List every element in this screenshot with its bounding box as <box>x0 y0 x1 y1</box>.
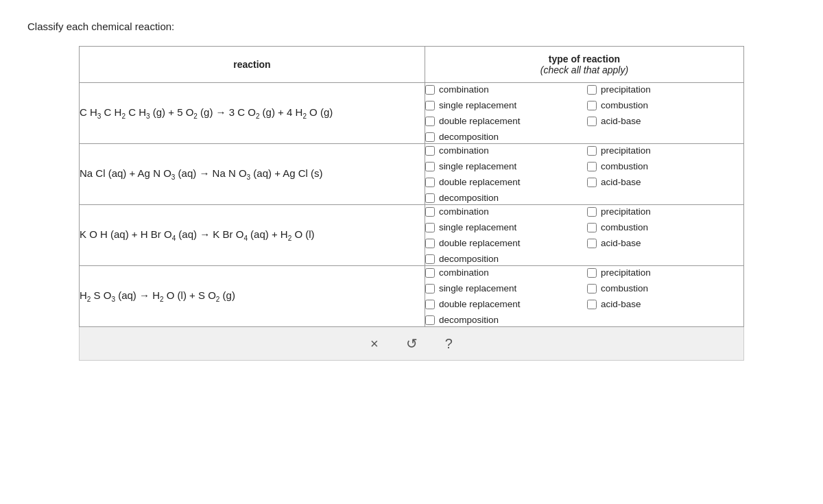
option-double-replacement-3[interactable]: double replacement <box>425 237 582 250</box>
table-row: Na Cl (aq) + Ag N O3 (aq) → Na N O3 (aq)… <box>80 144 744 205</box>
option-single-replacement-1[interactable]: single replacement <box>425 99 582 112</box>
option-acid-base-3[interactable]: acid-base <box>587 237 743 250</box>
option-combustion-4[interactable]: combustion <box>587 282 743 295</box>
option-combustion-2[interactable]: combustion <box>587 160 743 173</box>
col-reaction-header: reaction <box>80 47 425 83</box>
main-table: reaction type of reaction (check all tha… <box>79 46 744 327</box>
reaction-2: Na Cl (aq) + Ag N O3 (aq) → Na N O3 (aq)… <box>80 144 425 205</box>
option-acid-base-2[interactable]: acid-base <box>587 176 743 189</box>
option-double-replacement-2[interactable]: double replacement <box>425 176 582 189</box>
option-combination-1[interactable]: combination <box>425 83 582 96</box>
option-single-replacement-3[interactable]: single replacement <box>425 221 582 234</box>
refresh-button[interactable]: ↺ <box>399 334 425 353</box>
reaction-3: K O H (aq) + H Br O4 (aq) → K Br O4 (aq)… <box>80 205 425 266</box>
options-2: combination precipitation single replace… <box>425 144 743 205</box>
option-combustion-1[interactable]: combustion <box>587 99 743 112</box>
option-decomposition-2[interactable]: decomposition <box>425 191 582 204</box>
option-decomposition-1[interactable]: decomposition <box>425 130 582 143</box>
option-combustion-3[interactable]: combustion <box>587 221 743 234</box>
option-double-replacement-4[interactable]: double replacement <box>425 298 582 311</box>
option-combination-3[interactable]: combination <box>425 205 582 218</box>
bottom-toolbar: × ↺ ? <box>79 327 744 361</box>
option-precipitation-2[interactable]: precipitation <box>587 144 743 157</box>
option-precipitation-3[interactable]: precipitation <box>587 205 743 218</box>
col-type-header: type of reaction (check all that apply) <box>425 47 743 83</box>
option-acid-base-4[interactable]: acid-base <box>587 298 743 311</box>
page-title: Classify each chemical reaction: <box>27 21 796 32</box>
options-4: combination precipitation single replace… <box>425 266 743 327</box>
table-row: C H3 C H2 C H3 (g) + 5 O2 (g) → 3 C O2 (… <box>80 83 744 144</box>
option-single-replacement-2[interactable]: single replacement <box>425 160 582 173</box>
option-combination-2[interactable]: combination <box>425 144 582 157</box>
reaction-1: C H3 C H2 C H3 (g) + 5 O2 (g) → 3 C O2 (… <box>80 83 425 144</box>
option-acid-base-1[interactable]: acid-base <box>587 115 743 128</box>
option-decomposition-4[interactable]: decomposition <box>425 313 582 326</box>
options-1: combination precipitation single replace… <box>425 83 743 144</box>
reaction-4: H2 S O3 (aq) → H2 O (l) + S O2 (g) <box>80 266 425 327</box>
option-precipitation-1[interactable]: precipitation <box>587 83 743 96</box>
option-decomposition-3[interactable]: decomposition <box>425 252 582 265</box>
close-button[interactable]: × <box>363 334 385 353</box>
option-single-replacement-4[interactable]: single replacement <box>425 282 582 295</box>
table-row: H2 S O3 (aq) → H2 O (l) + S O2 (g) combi… <box>80 266 744 327</box>
options-3: combination precipitation single replace… <box>425 205 743 266</box>
option-combination-4[interactable]: combination <box>425 266 582 279</box>
option-precipitation-4[interactable]: precipitation <box>587 266 743 279</box>
option-double-replacement-1[interactable]: double replacement <box>425 115 582 128</box>
table-row: K O H (aq) + H Br O4 (aq) → K Br O4 (aq)… <box>80 205 744 266</box>
help-button[interactable]: ? <box>438 334 460 353</box>
